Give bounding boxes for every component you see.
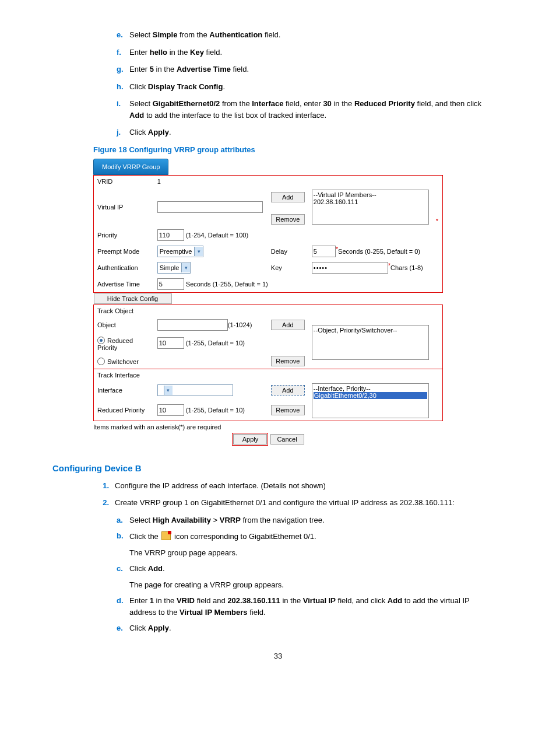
sub-steps-list: a. Select High Availability > VRRP from … xyxy=(117,514,492,634)
virtualip-label: Virtual IP xyxy=(94,187,154,227)
auth-select[interactable]: Simple▾ xyxy=(157,262,191,274)
tab-modify-vrrp[interactable]: Modify VRRP Group xyxy=(93,159,168,175)
priority-input[interactable] xyxy=(157,229,184,241)
advtime-label: Advertise Time xyxy=(94,276,154,293)
instruction-list-top: e. Select Simple from the Authentication… xyxy=(117,29,492,138)
step-text: Create VRRP group 1 on GigabitEthernet 0… xyxy=(115,497,455,509)
advtime-hint: Seconds (1-255, Default = 1) xyxy=(186,281,268,288)
virtualip-members-listbox[interactable]: --Virtual IP Members-- 202.38.160.111 xyxy=(312,190,429,225)
interface-select[interactable]: ▾ xyxy=(157,384,233,396)
switchover-label: Switchover xyxy=(107,358,139,365)
section-heading: Configuring Device B xyxy=(52,463,504,473)
switchover-radio[interactable] xyxy=(97,358,105,365)
step-text: Enter hello in the Key field. xyxy=(129,47,222,58)
step-marker: d. xyxy=(117,595,129,618)
key-hint: Chars (1-8) xyxy=(390,264,423,271)
step-marker: f. xyxy=(117,47,129,58)
object-add-button[interactable]: Add xyxy=(271,320,305,330)
key-label: Key xyxy=(268,260,308,276)
interface-remove-button[interactable]: Remove xyxy=(271,405,305,415)
step-text: Enter 5 in the Advertise Time field. xyxy=(129,64,249,75)
hide-track-button[interactable]: Hide Track Config xyxy=(94,293,172,304)
step-marker: e. xyxy=(117,29,129,41)
step-marker: e. xyxy=(117,622,129,634)
object-label: Object xyxy=(94,317,154,333)
step-text: Configure the IP address of each interfa… xyxy=(115,480,326,492)
step-marker: b. xyxy=(117,530,129,542)
step-marker: a. xyxy=(117,514,129,526)
if-reduced-label: Reduced Priority xyxy=(94,400,154,421)
object-input[interactable] xyxy=(157,319,228,331)
vrid-label: VRID xyxy=(94,175,154,187)
step-text: Click Add. xyxy=(129,563,165,575)
chevron-down-icon: ▾ xyxy=(194,247,203,256)
step-cont: The VRRP group page appears. xyxy=(129,547,492,559)
interface-listbox[interactable]: --Interface, Priority-- GigabitEthernet0… xyxy=(312,383,429,418)
preempt-label: Preempt Mode xyxy=(94,243,154,260)
step-marker: h. xyxy=(117,81,129,93)
step-text: Click Display Track Config. xyxy=(129,81,225,93)
if-reduced-input[interactable] xyxy=(157,404,184,416)
delay-hint: Seconds (0-255, Default = 0) xyxy=(338,248,420,255)
object-listbox[interactable]: --Object, Priority/Switchover-- xyxy=(312,325,429,360)
step-text: Click Apply. xyxy=(129,622,171,634)
step-marker: j. xyxy=(117,127,129,138)
required-asterisk: * xyxy=(436,218,438,225)
remove-button[interactable]: Remove xyxy=(271,214,305,225)
step-text: Click the icon corresponding to GigabitE… xyxy=(129,530,316,542)
reduced-priority-input[interactable] xyxy=(157,337,184,349)
advtime-input[interactable] xyxy=(157,278,184,290)
required-note: Items marked with an asterisk(*) are req… xyxy=(93,424,443,430)
delay-label: Delay xyxy=(268,243,308,260)
preempt-select[interactable]: Preemptive▾ xyxy=(157,246,204,257)
delay-input[interactable] xyxy=(312,246,336,257)
edit-icon xyxy=(161,531,171,540)
priority-hint: (1-254, Default = 100) xyxy=(186,232,248,239)
step-text: Click Apply. xyxy=(129,127,171,138)
apply-button[interactable]: Apply xyxy=(233,434,267,444)
step-marker: 1. xyxy=(96,480,115,492)
object-hint: (1-1024) xyxy=(228,321,252,328)
step-text: Select GigabitEthernet0/2 from the Inter… xyxy=(129,98,492,121)
numbered-list: 1.Configure the IP address of each inter… xyxy=(96,480,492,509)
chevron-down-icon: ▾ xyxy=(181,263,190,272)
step-marker: g. xyxy=(117,64,129,75)
interface-label: Interface xyxy=(94,381,154,401)
step-cont: The page for creating a VRRP group appea… xyxy=(129,579,492,591)
step-marker: c. xyxy=(117,563,129,575)
step-marker: 2. xyxy=(96,497,115,509)
step-marker: i. xyxy=(117,98,129,121)
step-text: Select Simple from the Authentication fi… xyxy=(129,29,280,41)
object-remove-button[interactable]: Remove xyxy=(271,356,305,366)
step-text: Select High Availability > VRRP from the… xyxy=(129,514,325,526)
track-object-header: Track Object xyxy=(94,304,443,317)
interface-add-button[interactable]: Add xyxy=(271,385,305,396)
add-button[interactable]: Add xyxy=(271,192,305,202)
cancel-button[interactable]: Cancel xyxy=(270,434,304,444)
vrid-value: 1 xyxy=(154,175,443,187)
track-interface-header: Track Interface xyxy=(94,369,443,381)
figure-caption: Figure 18 Configuring VRRP group attribu… xyxy=(93,145,504,154)
footer-buttons: Apply Cancel xyxy=(93,433,443,446)
auth-label: Authentication xyxy=(94,260,154,276)
reduced-priority-radio[interactable] xyxy=(97,337,105,344)
vrrp-panel: Modify VRRP Group VRID 1 Virtual IP Add … xyxy=(93,159,443,446)
priority-label: Priority xyxy=(94,227,154,243)
virtualip-input[interactable] xyxy=(157,201,263,213)
chevron-down-icon: ▾ xyxy=(164,386,173,395)
step-text: Enter 1 in the VRID field and 202.38.160… xyxy=(129,595,492,618)
page-number: 33 xyxy=(52,652,504,660)
key-input[interactable] xyxy=(312,262,388,274)
